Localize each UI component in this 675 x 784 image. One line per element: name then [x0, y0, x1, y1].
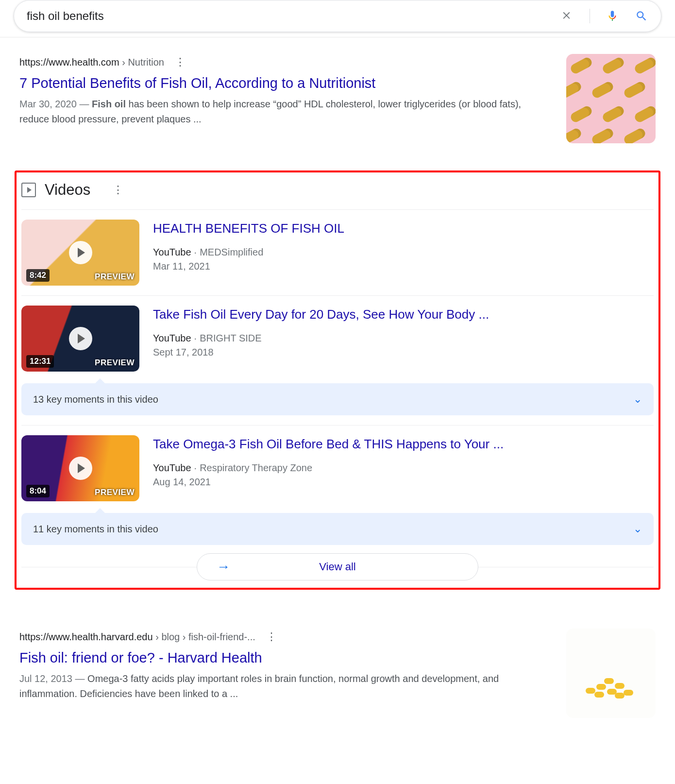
video-thumbnail[interactable]: 8:04 PREVIEW [21, 435, 139, 501]
result-snippet: Mar 30, 2020 — Fish oil has been shown t… [19, 93, 552, 127]
video-title-link[interactable]: HEALTH BENEFITS OF FISH OIL [153, 220, 654, 237]
arrow-right-icon: → [217, 559, 230, 575]
video-duration: 12:31 [26, 355, 54, 368]
result-domain: https://www.health.harvard.edu [19, 631, 153, 642]
video-source: YouTube·Respiratory Therapy Zone [153, 453, 654, 474]
chevron-down-icon: ⌄ [633, 523, 642, 535]
video-result: 8:04 PREVIEW Take Omega-3 Fish Oil Befor… [21, 425, 654, 511]
video-thumbnail[interactable]: 12:31 PREVIEW [21, 306, 139, 372]
search-result: https://www.health.com › Nutrition ⋮ 7 P… [19, 54, 656, 143]
video-channel: MEDSimplified [200, 247, 263, 257]
breadcrumb: https://www.health.harvard.edu › blog › … [19, 629, 552, 645]
search-icon[interactable] [635, 9, 648, 23]
result-date: Mar 30, 2020 [19, 99, 77, 109]
play-icon [69, 327, 92, 350]
video-duration: 8:42 [26, 269, 50, 282]
key-moments-label: 11 key moments in this video [33, 524, 158, 535]
videos-header: Videos ⋮ [21, 181, 654, 209]
video-duration: 8:04 [26, 485, 50, 497]
clear-icon[interactable] [560, 9, 574, 23]
search-bar [14, 0, 661, 32]
more-vert-icon[interactable]: ⋮ [173, 54, 187, 70]
breadcrumb: https://www.health.com › Nutrition ⋮ [19, 54, 552, 70]
video-date: Aug 14, 2021 [153, 474, 654, 488]
video-source: YouTube·MEDSimplified [153, 237, 654, 258]
videos-icon [21, 183, 36, 197]
video-result: 12:31 PREVIEW Take Fish Oil Every Day fo… [21, 295, 654, 381]
view-all-row: → View all [21, 550, 654, 584]
video-channel: Respiratory Therapy Zone [200, 462, 312, 473]
video-platform: YouTube [153, 333, 191, 343]
preview-badge: PREVIEW [95, 488, 135, 497]
video-platform: YouTube [153, 247, 191, 257]
more-vert-icon[interactable]: ⋮ [264, 629, 279, 645]
result-snippet: Jul 12, 2013 — Omega-3 fatty acids play … [19, 667, 552, 701]
result-thumbnail[interactable] [566, 54, 656, 143]
search-results: https://www.health.com › Nutrition ⋮ 7 P… [0, 37, 675, 737]
search-action-icons [560, 9, 648, 23]
video-title-link[interactable]: Take Omega-3 Fish Oil Before Bed & THIS … [153, 435, 654, 453]
divider [590, 9, 590, 23]
view-all-label: View all [319, 561, 355, 573]
videos-section: Videos ⋮ 8:42 PREVIEW HEALTH BENEFITS OF… [15, 170, 660, 590]
video-channel: BRIGHT SIDE [200, 333, 261, 343]
voice-search-icon[interactable] [606, 9, 619, 23]
result-thumbnail[interactable] [566, 629, 656, 718]
play-icon [69, 241, 92, 264]
chevron-down-icon: ⌄ [633, 393, 642, 406]
search-input[interactable] [27, 9, 560, 23]
video-platform: YouTube [153, 462, 191, 473]
result-path: › Nutrition [119, 57, 164, 68]
key-moments-expander[interactable]: 11 key moments in this video ⌄ [21, 513, 654, 545]
key-moments-label: 13 key moments in this video [33, 394, 158, 405]
result-title-link[interactable]: Fish oil: friend or foe? - Harvard Healt… [19, 645, 552, 667]
video-thumbnail[interactable]: 8:42 PREVIEW [21, 220, 139, 286]
key-moments-expander[interactable]: 13 key moments in this video ⌄ [21, 383, 654, 415]
search-bar-container [0, 0, 675, 37]
result-domain: https://www.health.com [19, 57, 119, 68]
play-icon [69, 457, 92, 480]
video-date: Mar 11, 2021 [153, 258, 654, 272]
result-date: Jul 12, 2013 [19, 673, 72, 684]
videos-heading: Videos [45, 181, 90, 199]
video-source: YouTube·BRIGHT SIDE [153, 323, 654, 344]
snippet-bold: Fish oil [92, 99, 126, 109]
video-result: 8:42 PREVIEW HEALTH BENEFITS OF FISH OIL… [21, 209, 654, 295]
result-title-link[interactable]: 7 Potential Benefits of Fish Oil, Accord… [19, 70, 552, 93]
video-date: Sept 17, 2018 [153, 344, 654, 358]
result-path: › blog › fish-oil-friend-... [153, 631, 255, 642]
preview-badge: PREVIEW [95, 272, 135, 282]
more-vert-icon[interactable]: ⋮ [111, 182, 125, 198]
view-all-button[interactable]: → View all [197, 553, 478, 580]
search-result: https://www.health.harvard.edu › blog › … [19, 629, 656, 718]
video-title-link[interactable]: Take Fish Oil Every Day for 20 Days, See… [153, 306, 654, 323]
snippet-text: Omega-3 fatty acids play important roles… [19, 673, 499, 699]
preview-badge: PREVIEW [95, 358, 135, 368]
